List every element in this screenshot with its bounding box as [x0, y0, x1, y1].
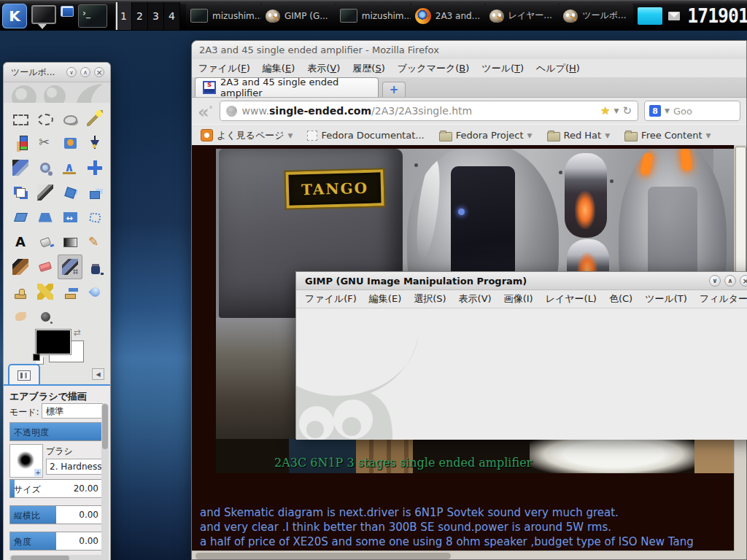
collapse-arrow-button[interactable]: ◀	[92, 368, 104, 380]
airbrush-tool[interactable]	[58, 254, 82, 279]
pager-desktop-4[interactable]: 4	[164, 2, 180, 30]
menu-item[interactable]: ツール(T)	[645, 292, 687, 306]
reload-icon[interactable]: ↻	[622, 104, 632, 117]
bookmark-folder[interactable]: Free Content▼	[624, 130, 711, 141]
menu-item[interactable]: 色(C)	[609, 292, 632, 306]
menu-item[interactable]: ツール(T)	[481, 62, 524, 75]
taskbar-item-3[interactable]: mizushim...	[336, 4, 411, 28]
pager-desktop-3[interactable]: 3	[148, 2, 164, 30]
size-slider[interactable]: サイズ 20.00	[9, 479, 103, 498]
paths-tool[interactable]	[82, 131, 107, 155]
options-horizontal-scrollbar[interactable]	[9, 555, 103, 560]
pager-desktop-1[interactable]: 1	[116, 2, 132, 30]
menu-item[interactable]: 画像(I)	[504, 292, 533, 306]
eraser-tool[interactable]	[33, 254, 58, 279]
scrollbar-thumb[interactable]	[11, 556, 69, 560]
crop-tool[interactable]	[33, 180, 58, 205]
shear-tool[interactable]	[8, 205, 33, 230]
smudge-tool[interactable]	[8, 304, 33, 329]
measure-tool[interactable]	[58, 155, 82, 180]
menu-item[interactable]: 編集(E)	[263, 62, 295, 75]
pager-desktop-2[interactable]: 2	[132, 2, 148, 30]
horizontal-scrollbar[interactable]	[192, 551, 735, 560]
taskbar-item-2[interactable]: GIMP (G...	[261, 4, 336, 28]
desktop-pager[interactable]: 1234	[115, 2, 180, 30]
shade-button[interactable]	[66, 67, 77, 77]
close-button[interactable]	[740, 275, 747, 287]
taskbar-clock[interactable]: 171901	[687, 5, 747, 27]
zoom-tool[interactable]	[33, 155, 58, 180]
taskbar-item-6[interactable]: ツールボ...	[559, 4, 633, 28]
menu-item[interactable]: ファイル(F)	[198, 62, 250, 75]
terminal-launcher[interactable]	[78, 4, 107, 28]
menu-item[interactable]: ブックマーク(B)	[398, 62, 470, 75]
fuzzy-select-tool[interactable]	[82, 106, 107, 131]
dodge-burn-tool[interactable]	[33, 304, 58, 329]
color-picker-tool[interactable]	[8, 155, 33, 180]
maximize-button[interactable]	[724, 275, 736, 287]
brush-thumbnail[interactable]: +	[9, 444, 43, 478]
paintbrush-tool[interactable]	[8, 254, 33, 279]
taskbar-item-1[interactable]: mizushim...	[186, 4, 261, 28]
tool-options-tab[interactable]	[8, 364, 40, 386]
close-button[interactable]	[94, 67, 104, 77]
menu-item[interactable]: 編集(E)	[369, 292, 401, 306]
new-tab-button[interactable]: +	[382, 82, 406, 97]
bookmark-star-icon[interactable]: ★	[600, 104, 610, 117]
tray-envelope-icon[interactable]	[668, 12, 680, 20]
perspective-clone-tool[interactable]	[58, 279, 82, 304]
move-tool[interactable]	[82, 155, 107, 180]
flip-tool[interactable]	[58, 205, 82, 230]
pencil-tool[interactable]	[82, 230, 107, 254]
bookmark-folder[interactable]: Red Hat▼	[547, 130, 611, 141]
gimp-empty-canvas[interactable]	[296, 308, 747, 440]
shade-button[interactable]	[709, 275, 721, 287]
text-tool[interactable]	[8, 230, 33, 254]
rect-select-tool[interactable]	[8, 106, 33, 131]
firefox-titlebar[interactable]: 2A3 and 45 single ended amplifier - Mozi…	[192, 41, 746, 59]
menu-item[interactable]: ヘルプ(H)	[536, 62, 580, 75]
maximize-button[interactable]	[80, 67, 90, 77]
taskbar-item-5[interactable]: レイヤー...	[485, 4, 560, 28]
angle-slider[interactable]: 角度 0.00	[9, 532, 103, 551]
perspective-tool[interactable]	[33, 205, 58, 230]
ellipse-select-tool[interactable]	[33, 106, 58, 131]
heal-tool[interactable]	[33, 279, 58, 304]
kde-menu-button[interactable]: K	[2, 4, 27, 28]
cage-tool[interactable]	[82, 205, 107, 230]
options-vertical-scrollbar[interactable]	[101, 403, 109, 560]
bookmark-folder[interactable]: Fedora Project▼	[439, 130, 533, 141]
scissors-tool[interactable]	[33, 131, 58, 155]
swap-colors-icon[interactable]: ⇄	[74, 327, 81, 338]
search-engine-chevron-icon[interactable]: ▼	[665, 107, 670, 114]
menu-item[interactable]: 履歴(S)	[352, 62, 384, 75]
tab-2a3-amplifier[interactable]: 2A3 and 45 single ended amplifier	[195, 77, 379, 97]
align-tool[interactable]	[8, 180, 33, 205]
menu-item[interactable]: フィルター(R)	[700, 292, 747, 306]
menu-item[interactable]: 表示(V)	[307, 62, 340, 75]
bucket-tool[interactable]	[33, 230, 58, 254]
bookmark-placeholder[interactable]: Fedora Documentat...	[307, 130, 424, 141]
back-button[interactable]: «°	[198, 102, 212, 120]
menu-item[interactable]: 選択(S)	[414, 292, 446, 306]
bookmark-history[interactable]: よく見るページ▼	[201, 129, 293, 142]
google-engine-icon[interactable]: 8	[649, 105, 661, 117]
bookmark-chevron-icon[interactable]: ▼	[614, 107, 619, 114]
opacity-slider[interactable]: 不透明度	[9, 422, 103, 441]
fg-select-tool[interactable]	[58, 131, 82, 155]
ink-tool[interactable]	[82, 254, 107, 279]
blur-tool[interactable]	[82, 279, 107, 304]
foreground-color-swatch[interactable]	[36, 330, 71, 354]
toolbox-titlebar[interactable]: ツールボ...	[4, 63, 110, 82]
select-by-color-tool[interactable]	[8, 131, 33, 155]
rotate-tool[interactable]	[58, 180, 82, 205]
url-bar[interactable]: www.single-ended.com/2A3/2A3single.htm ★…	[220, 101, 638, 121]
menu-item[interactable]: レイヤー(L)	[546, 292, 597, 306]
tray-monitor-icon[interactable]	[638, 7, 662, 25]
taskbar-item-4[interactable]: 2A3 and...	[411, 4, 485, 28]
mode-select[interactable]: 標準	[42, 403, 103, 419]
desktop-launcher[interactable]	[31, 8, 56, 24]
gradient-tool[interactable]	[58, 230, 82, 254]
brush-name-field[interactable]: 2. Hardness	[46, 459, 103, 475]
menu-item[interactable]: 表示(V)	[459, 292, 492, 306]
